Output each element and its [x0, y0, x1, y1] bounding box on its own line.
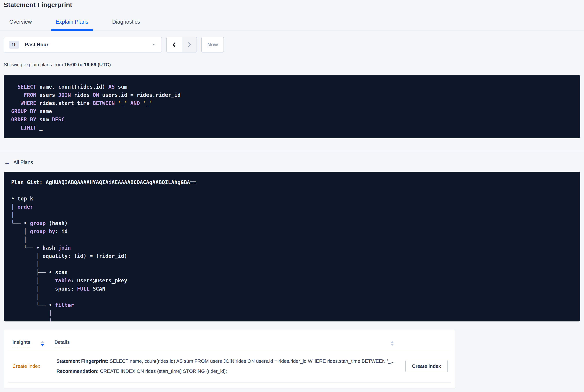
insight-type-cell: Create Index — [12, 363, 56, 369]
statement-fingerprint-page: Statement Fingerprint Overview Explain P… — [0, 0, 584, 392]
now-button[interactable]: Now — [201, 37, 224, 52]
insights-card: Insights Details Create Index Statement … — [4, 329, 455, 388]
insight-type-link[interactable]: Create Index — [12, 363, 40, 369]
tab-explain-plans[interactable]: Explain Plans — [56, 18, 88, 25]
statement-fingerprint-line: Statement Fingerprint: SELECT name, coun… — [56, 358, 398, 364]
insight-details-cell: Statement Fingerprint: SELECT name, coun… — [56, 358, 398, 374]
time-range-dropdown[interactable]: 1h Past Hour — [4, 37, 162, 52]
section-divider — [0, 152, 584, 152]
column-header-details[interactable]: Details — [54, 340, 70, 348]
time-step-buttons — [166, 37, 197, 52]
plan-gist-box: Plan Gist: AgHUAQIABQAAAAHYAQIAiAEAAAADC… — [4, 172, 580, 322]
prev-time-button[interactable] — [167, 37, 182, 52]
insights-table-header: Insights Details — [4, 330, 455, 348]
time-range-badge: 1h — [9, 41, 19, 48]
sql-statement-box: SELECT name, count(rides.id) AS sum FROM… — [4, 75, 580, 138]
column-header-insights[interactable]: Insights — [12, 340, 30, 348]
recommendation-line: Recommendation: CREATE INDEX ON rides (s… — [56, 368, 398, 374]
chevron-left-icon — [171, 42, 177, 48]
create-index-button[interactable]: Create Index — [405, 360, 448, 372]
time-range-summary: Showing explain plans from 15:00 to 16:5… — [4, 62, 580, 68]
time-controls: 1h Past Hour Now — [4, 37, 580, 52]
sort-icon-insights[interactable] — [41, 341, 44, 346]
tab-overview[interactable]: Overview — [9, 18, 32, 25]
chevron-right-icon — [186, 42, 192, 48]
sort-icon-details[interactable] — [390, 341, 394, 346]
tab-bar: Overview Explain Plans Diagnostics — [0, 18, 584, 25]
time-range-label: Past Hour — [25, 42, 48, 48]
page-title: Statement Fingerprint — [4, 1, 580, 9]
table-row-divider — [8, 382, 451, 383]
table-row: Create Index Statement Fingerprint: SELE… — [4, 351, 455, 374]
all-plans-label: All Plans — [13, 160, 33, 165]
back-arrow-icon: ← — [4, 160, 10, 165]
next-time-button[interactable] — [182, 37, 196, 52]
chevron-down-icon — [151, 42, 157, 47]
tab-diagnostics[interactable]: Diagnostics — [112, 18, 140, 25]
all-plans-link[interactable]: ← All Plans — [4, 160, 33, 165]
time-range-value: 15:00 to 16:59 (UTC) — [64, 62, 111, 68]
